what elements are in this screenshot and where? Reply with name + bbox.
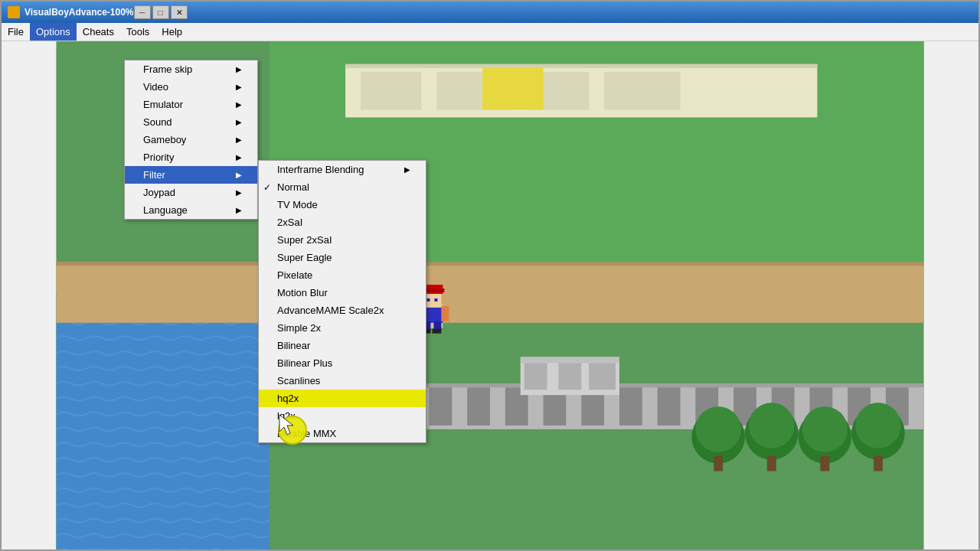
menu-filter[interactable]: Filter ▶	[125, 166, 257, 184]
menu-sound[interactable]: Sound ▶	[125, 113, 257, 131]
filter-hq2x[interactable]: hq2x	[259, 390, 426, 407]
menu-tools[interactable]: Tools	[120, 23, 155, 41]
arrow-icon: ▶	[404, 165, 410, 174]
svg-rect-53	[426, 298, 430, 302]
filter-tv-mode[interactable]: TV Mode	[259, 196, 426, 214]
svg-rect-48	[874, 456, 883, 471]
svg-rect-36	[589, 363, 616, 390]
filter-pixelate[interactable]: Pixelate	[259, 266, 426, 284]
svg-rect-34	[524, 363, 547, 390]
menu-cheats[interactable]: Cheats	[77, 23, 120, 41]
filter-bilinear-plus[interactable]: Bilinear Plus	[259, 354, 426, 372]
svg-rect-42	[767, 456, 776, 471]
filter-interframe[interactable]: Interframe Blending ▶	[259, 161, 426, 178]
menu-file[interactable]: File	[2, 23, 30, 41]
menu-help[interactable]: Help	[155, 23, 188, 41]
check-icon: ✓	[263, 182, 271, 193]
svg-rect-11	[604, 72, 680, 110]
arrow-icon: ▶	[236, 83, 242, 91]
filter-motion-blur[interactable]: Motion Blur	[259, 284, 426, 302]
svg-rect-45	[820, 456, 829, 471]
menu-frame-skip[interactable]: Frame skip ▶	[125, 60, 257, 78]
svg-point-44	[802, 406, 848, 452]
filter-submenu: Interframe Blending ▶ ✓ Normal TV Mode 2…	[258, 160, 426, 443]
svg-rect-25	[658, 387, 681, 425]
filter-bilinear[interactable]: Bilinear	[259, 337, 426, 354]
menu-options[interactable]: Options	[30, 23, 77, 41]
app-icon	[8, 6, 20, 18]
arrow-icon: ▶	[236, 118, 242, 126]
filter-lq2x[interactable]: lq2x	[259, 407, 426, 425]
svg-point-47	[855, 403, 901, 448]
minimize-button[interactable]: ─	[134, 5, 151, 19]
svg-point-41	[749, 403, 795, 448]
menu-joypad[interactable]: Joypad ▶	[125, 184, 257, 201]
arrow-icon: ▶	[236, 206, 242, 214]
filter-advancemame[interactable]: AdvanceMAME Scale2x	[259, 302, 426, 319]
filter-scanlines[interactable]: Scanlines	[259, 372, 426, 390]
svg-rect-33	[521, 357, 619, 364]
game-area: Frame skip ▶ Video ▶ Emulator ▶ Sound ▶ …	[2, 41, 978, 549]
svg-rect-2	[56, 292, 269, 549]
svg-rect-20	[467, 387, 490, 425]
svg-rect-3	[56, 262, 923, 323]
title-bar: VisualBoyAdvance-100% ─ □ ✕	[2, 2, 978, 23]
svg-rect-24	[619, 387, 642, 425]
arrow-icon: ▶	[236, 153, 242, 161]
filter-super-2xsal[interactable]: Super 2xSaI	[259, 231, 426, 249]
svg-rect-35	[558, 363, 581, 390]
close-button[interactable]: ✕	[171, 5, 188, 19]
svg-rect-8	[361, 72, 422, 110]
svg-rect-60	[441, 306, 449, 321]
filter-super-eagle[interactable]: Super Eagle	[259, 249, 426, 266]
arrow-icon: ▶	[236, 100, 242, 109]
window-title: VisualBoyAdvance-100%	[24, 7, 134, 18]
window-controls: ─ □ ✕	[134, 5, 188, 19]
svg-rect-39	[714, 456, 723, 471]
svg-point-38	[695, 406, 741, 452]
arrow-icon: ▶	[236, 171, 242, 179]
menu-priority[interactable]: Priority ▶	[125, 148, 257, 166]
menu-language[interactable]: Language ▶	[125, 201, 257, 219]
arrow-icon: ▶	[236, 188, 242, 197]
arrow-icon: ▶	[236, 65, 242, 73]
filter-simple-2x[interactable]: Simple 2x	[259, 319, 426, 337]
svg-rect-59	[432, 329, 441, 334]
menu-emulator[interactable]: Emulator ▶	[125, 96, 257, 113]
filter-disable-mmx[interactable]: Disable MMX	[259, 425, 426, 442]
maximize-button[interactable]: □	[152, 5, 169, 19]
filter-normal[interactable]: ✓ Normal	[259, 178, 426, 196]
svg-rect-4	[56, 262, 923, 266]
svg-rect-54	[434, 298, 437, 302]
app-window: VisualBoyAdvance-100% ─ □ ✕ File Options…	[0, 0, 980, 551]
svg-rect-19	[429, 387, 452, 425]
svg-rect-7	[345, 64, 817, 68]
menu-bar: File Options Cheats Tools Help	[2, 23, 978, 41]
filter-2xsal[interactable]: 2xSaI	[259, 214, 426, 231]
arrow-icon: ▶	[236, 135, 242, 144]
svg-rect-12	[482, 68, 544, 110]
options-menu: Frame skip ▶ Video ▶ Emulator ▶ Sound ▶ …	[124, 60, 258, 220]
menu-gameboy[interactable]: Gameboy ▶	[125, 131, 257, 148]
menu-video[interactable]: Video ▶	[125, 78, 257, 96]
